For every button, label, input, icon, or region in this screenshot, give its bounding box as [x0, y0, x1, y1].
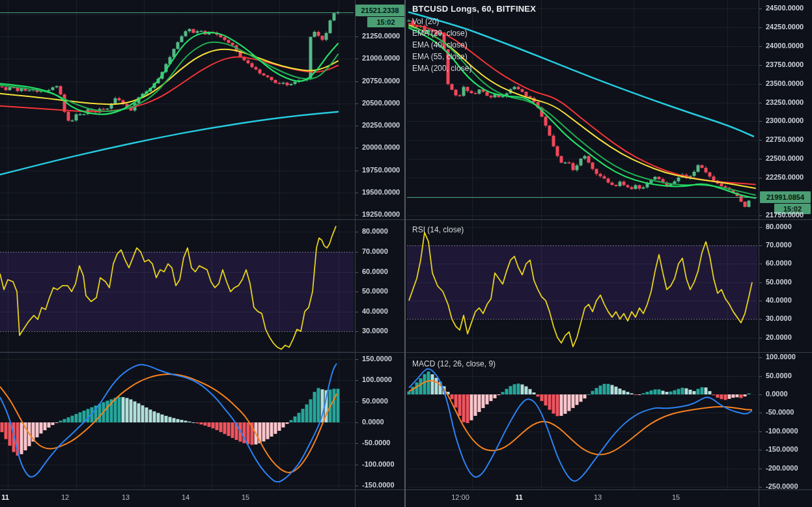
- tradingview-split-layout: { "right_chart_header": { "title": "BTCU…: [0, 0, 812, 507]
- charts-canvas[interactable]: [0, 0, 812, 507]
